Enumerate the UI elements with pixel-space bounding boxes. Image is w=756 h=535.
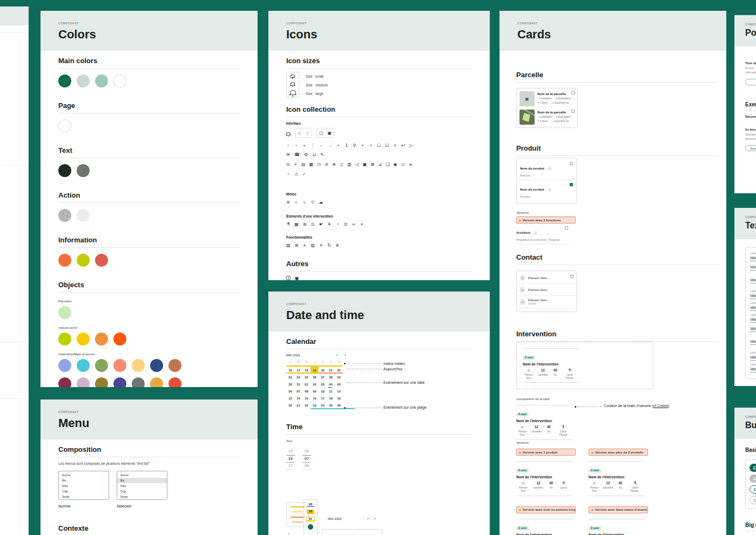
text-field[interactable]: LabelValue <box>750 290 756 302</box>
intervention-name: Nom de l'intervention <box>516 475 573 479</box>
cf-colors-link[interactable]: cf.Colors <box>653 404 669 408</box>
calendar-day-cell[interactable]: 26 <box>310 374 319 381</box>
time-option-selected[interactable]: 16 <box>286 455 295 463</box>
intervention-card[interactable]: À venirNom de l'intervention☺Prénomquelq… <box>516 519 573 535</box>
calendar-day-cell[interactable]: 22 <box>302 402 310 409</box>
contact-row[interactable]: ☺ Prénom Nom <box>518 272 575 284</box>
calendar-day-cell[interactable]: 18 <box>327 395 335 402</box>
checkbox[interactable] <box>571 110 575 113</box>
color-swatch <box>168 377 181 387</box>
text-field[interactable]: LabelValue <box>750 363 756 375</box>
stat: 40ha <box>544 425 554 436</box>
next-month-icon[interactable]: › <box>374 516 376 521</box>
product-row[interactable]: Nom du produit ⓘ Fonction <box>518 180 575 201</box>
checkbox[interactable] <box>570 275 573 278</box>
menu-item[interactable]: Blé <box>117 478 167 483</box>
secondary-button[interactable] <box>750 475 756 483</box>
calendar-day-cell[interactable]: 09 <box>310 388 319 395</box>
checkbox[interactable] <box>570 162 573 165</box>
intervention-card[interactable]: À venirNom de l'intervention☺Prénom Nom1… <box>516 405 573 439</box>
calendar-day-cell[interactable]: 23 <box>286 374 294 381</box>
person-icon: ☺ <box>523 368 535 373</box>
divider <box>0 32 29 33</box>
prev-month-icon[interactable]: ‹ <box>336 353 338 357</box>
calendar-day-cell[interactable]: 13 <box>286 395 294 402</box>
checkbox-checked[interactable] <box>570 183 573 186</box>
menu-item[interactable]: Orge <box>117 489 167 494</box>
annotation-leader <box>577 407 602 407</box>
text-field[interactable]: LabelValue <box>750 351 756 363</box>
text-field[interactable]: LabelValue <box>750 302 756 314</box>
info-icon[interactable]: ⓘ <box>548 188 551 191</box>
outline-primary-button[interactable] <box>750 485 756 493</box>
text-field[interactable]: Value <box>750 340 756 351</box>
time-option[interactable]: 17 <box>286 463 295 470</box>
calendar-day-cell[interactable]: 30 <box>286 381 294 388</box>
color-swatch <box>58 306 71 319</box>
intervention-card[interactable]: À venirNom de l'intervention2mains d'œuv… <box>589 519 645 535</box>
menu-item[interactable]: Maïs <box>59 483 109 489</box>
menu-item[interactable]: Avoine <box>117 472 167 478</box>
calendar-day-cell[interactable]: 20 <box>286 402 294 409</box>
calendar-day-cell[interactable]: 25 <box>302 374 310 381</box>
calendar-day-cell[interactable]: 03 <box>319 381 327 388</box>
calendar-day-cell[interactable]: 29 <box>335 374 343 381</box>
note-icon: ▤ <box>301 162 306 167</box>
calendar-day-cell[interactable]: 01 <box>302 381 310 388</box>
menu-item[interactable]: Seigle <box>59 494 109 499</box>
menu-item[interactable]: Avoine <box>59 472 109 478</box>
calendar-day-cell[interactable]: 08 <box>302 388 310 395</box>
calendar-day-cell[interactable]: 27 <box>319 374 327 381</box>
calendar-day-cell[interactable]: 11 <box>327 388 335 395</box>
outline-secondary-button[interactable] <box>750 496 756 504</box>
architect-row[interactable]: Architect ⓘ Régulateur de croissance, Fo… <box>516 224 570 245</box>
time-option[interactable]: 06 <box>302 448 311 455</box>
parcel-card[interactable]: Nom de la parcelle ⌖Localisation⊕Exploit… <box>518 108 576 126</box>
calendar-day-cell[interactable]: 21 <box>294 402 302 409</box>
text-field[interactable]: LabelValue <box>750 252 756 264</box>
calendar-day-cell[interactable]: 10 <box>319 388 327 395</box>
time-option-selected[interactable]: 07 <box>302 455 311 463</box>
calendar-day-cell[interactable]: 31 <box>294 381 302 388</box>
product-row[interactable]: Nom du produit ⓘ Fonction <box>518 159 575 180</box>
calendar-day-cell[interactable]: 14 <box>294 395 302 402</box>
plant-icon: ⚘ <box>327 222 331 227</box>
parcel-card[interactable]: ▣ Nom de la parcelle ⌖Localisation⊕Explo… <box>518 90 576 108</box>
calendar-day-cell[interactable]: 19 <box>335 395 343 402</box>
calendar-day-cell[interactable]: 07 <box>294 388 302 395</box>
calendar-day-cell[interactable]: 15 <box>302 395 310 402</box>
menu-item[interactable]: Blé <box>59 478 109 483</box>
calendar-day-cell[interactable]: 02 <box>310 381 319 388</box>
popup-primary-button[interactable] <box>745 79 756 85</box>
menu-item[interactable]: Seigle <box>117 494 167 499</box>
intervention-card[interactable]: À venirNom de l'intervention☺Prénom Nom1… <box>589 461 645 496</box>
time-option[interactable]: 08 <box>302 463 311 470</box>
text-field[interactable]: Value <box>750 265 756 277</box>
calendar-day-cell[interactable]: 16 <box>310 395 319 402</box>
contact-row[interactable]: ☺ Prénom Nom <box>518 284 575 296</box>
intervention-card[interactable]: À venirNom de l'intervention☺Prénom Nom1… <box>516 461 573 496</box>
menu-item[interactable]: Orge <box>59 489 109 494</box>
calendar-day-cell[interactable]: 28 <box>327 374 335 381</box>
time-option[interactable]: 15 <box>286 448 295 455</box>
text-field[interactable]: Value <box>750 327 756 338</box>
checkbox[interactable] <box>571 91 575 94</box>
calendar-day-cell[interactable]: 24 <box>294 374 302 381</box>
checkbox[interactable] <box>565 226 568 229</box>
calendar-day-cell[interactable]: 12 <box>335 388 343 395</box>
primary-button[interactable] <box>750 464 756 472</box>
calendar-day-cell[interactable]: 05 <box>335 381 343 388</box>
intervention-card[interactable]: À venirNom de l'intervention☺Prénom Nom1… <box>523 348 579 383</box>
info-icon[interactable]: ⓘ <box>534 231 537 234</box>
text-field[interactable]: Value <box>750 278 756 290</box>
calendar-day-cell[interactable]: 17 <box>319 395 327 402</box>
contact-row[interactable]: ☺ Prénom Nom Société <box>518 296 575 308</box>
field-label: Label <box>750 314 756 316</box>
calendar-day-cell[interactable]: 06 <box>286 388 294 395</box>
next-month-icon[interactable]: › <box>345 353 346 357</box>
info-icon[interactable]: ⓘ <box>548 167 551 170</box>
prev-month-icon[interactable]: ‹ <box>367 516 369 521</box>
cancel-button[interactable]: Annuler <box>745 145 756 151</box>
menu-item[interactable]: Maïs <box>117 483 167 489</box>
text-field[interactable]: LabelValue <box>750 314 756 326</box>
